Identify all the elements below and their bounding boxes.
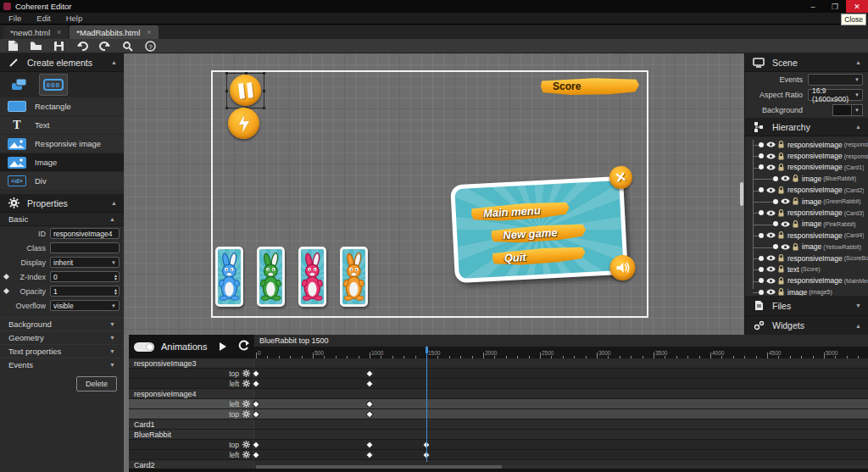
loop-button[interactable]: [238, 340, 249, 353]
stepper-arrows-icon[interactable]: ▲▼: [114, 272, 118, 281]
node-dot-icon[interactable]: [773, 199, 778, 204]
visibility-eye-icon[interactable]: [766, 289, 776, 295]
hierarchy-panel-header[interactable]: Hierarchy ▲: [745, 118, 868, 136]
hierarchy-item-mainmenu[interactable]: responsiveImage(MainMenu): [745, 275, 868, 286]
class-input[interactable]: [50, 242, 120, 253]
node-dot-icon[interactable]: [773, 244, 778, 249]
card-orange-rabbit[interactable]: [340, 247, 368, 307]
properties-header[interactable]: Properties ▲: [0, 194, 124, 213]
design-canvas[interactable]: Score Main menu New game Quit ✕: [124, 53, 744, 335]
visibility-eye-icon[interactable]: [766, 142, 776, 147]
lock-icon[interactable]: [778, 288, 784, 296]
visibility-eye-icon[interactable]: [766, 164, 776, 170]
close-button[interactable]: ✕: [846, 0, 868, 13]
hierarchy-item-score[interactable]: text(Score): [745, 264, 868, 275]
redo-button[interactable]: [98, 41, 111, 52]
lock-icon[interactable]: [778, 164, 784, 171]
scene-events-select[interactable]: ▼: [808, 74, 863, 86]
playhead-handle[interactable]: [426, 347, 428, 353]
keyframe-diamond[interactable]: [253, 452, 259, 458]
section-events[interactable]: Events▼: [0, 358, 124, 371]
tab-close-icon[interactable]: ×: [57, 28, 61, 36]
visibility-eye-icon[interactable]: [781, 198, 790, 204]
lock-icon[interactable]: [793, 243, 798, 251]
main-menu-button[interactable]: Main menu: [470, 200, 570, 223]
undo-button[interactable]: [75, 41, 88, 52]
hierarchy-item-responsiveima[interactable]: responsiveImage(responsiveIma: [745, 150, 868, 161]
overflow-select[interactable]: visible▼: [50, 300, 120, 311]
menu-edit[interactable]: Edit: [36, 14, 50, 23]
keyframe-diamond[interactable]: [253, 441, 259, 447]
lock-icon[interactable]: [793, 175, 798, 182]
tab-close-icon[interactable]: ×: [147, 28, 151, 36]
save-button[interactable]: [53, 41, 65, 52]
animations-toggle[interactable]: [134, 342, 154, 352]
create-item-text[interactable]: TText: [0, 116, 124, 135]
tool-tab-layers[interactable]: [5, 74, 34, 96]
keyframe-diamond[interactable]: [366, 411, 372, 417]
track-group-responsiveImage3[interactable]: responsiveImage3: [129, 358, 868, 369]
hierarchy-item-image5[interactable]: image(image5): [745, 286, 868, 296]
selection-outline[interactable]: [226, 73, 264, 108]
node-dot-icon[interactable]: [773, 221, 778, 226]
keyframe-diamond-icon[interactable]: [3, 288, 8, 294]
visibility-eye-icon[interactable]: [766, 153, 776, 159]
lock-icon[interactable]: [778, 231, 784, 239]
main-menu-element[interactable]: Main menu New game Quit ✕: [450, 176, 628, 284]
collapse-caret-icon[interactable]: ▼: [855, 303, 861, 308]
timeline-ruler[interactable]: 0500100015002000250030003500400045005000: [254, 347, 868, 358]
card-blue-rabbit[interactable]: [215, 247, 243, 307]
scene-panel-header[interactable]: Scene ▲: [745, 53, 868, 72]
keyframe-diamond[interactable]: [366, 452, 372, 458]
lock-icon[interactable]: [793, 197, 798, 205]
background-dropdown[interactable]: ▼: [851, 104, 863, 116]
track-prop-responsiveImage3-top[interactable]: top: [129, 369, 868, 379]
visibility-eye-icon[interactable]: [781, 221, 790, 227]
visibility-eye-icon[interactable]: [766, 232, 776, 238]
prop-gear-icon[interactable]: [242, 441, 250, 448]
play-button[interactable]: [220, 342, 226, 351]
menu-help[interactable]: Help: [66, 14, 83, 23]
node-dot-icon[interactable]: [759, 290, 764, 295]
track-prop-responsiveImage4-top[interactable]: top: [129, 409, 868, 419]
tab-new0[interactable]: *new0.html ×: [3, 25, 68, 39]
create-item-div[interactable]: <d>Div: [0, 172, 124, 191]
background-color-swatch[interactable]: [832, 104, 851, 116]
hierarchy-item-greenrabbit[interactable]: image(GreenRabbit): [745, 196, 868, 207]
files-panel-header[interactable]: Files ▼: [745, 296, 868, 316]
delete-button[interactable]: Delete: [76, 376, 117, 391]
section-background[interactable]: Background▼: [0, 317, 124, 330]
new-game-button[interactable]: New game: [491, 222, 587, 245]
menu-file[interactable]: File: [8, 14, 21, 23]
bonus-button-element[interactable]: [228, 108, 259, 139]
visibility-eye-icon[interactable]: [766, 187, 776, 193]
section-text-properties[interactable]: Text properties▼: [0, 344, 124, 358]
node-dot-icon[interactable]: [759, 233, 764, 238]
prop-gear-icon[interactable]: [242, 451, 250, 458]
search-button[interactable]: [121, 41, 134, 52]
node-dot-icon[interactable]: [759, 187, 764, 192]
help-button[interactable]: ?: [144, 41, 157, 52]
widgets-panel-header[interactable]: Widgets ▲: [745, 316, 868, 335]
keyframe-diamond[interactable]: [253, 380, 259, 386]
tab-madrabbits[interactable]: *MadRabbits.html ×: [70, 25, 158, 39]
keyframe-diamond[interactable]: [366, 441, 372, 447]
quit-button[interactable]: Quit: [492, 245, 586, 267]
lock-icon[interactable]: [778, 153, 784, 160]
hierarchy-item-card3[interactable]: responsiveImage(Card3): [745, 207, 868, 218]
node-dot-icon[interactable]: [759, 256, 764, 261]
prop-gear-icon[interactable]: [242, 400, 250, 408]
node-dot-icon[interactable]: [759, 210, 764, 215]
minimize-button[interactable]: –: [802, 0, 824, 13]
collapse-caret-icon[interactable]: ▲: [855, 59, 861, 65]
opacity-stepper[interactable]: 1▲▼: [50, 286, 120, 297]
stepper-arrows-icon[interactable]: ▲▼: [114, 286, 118, 296]
track-group-Card1[interactable]: Card1: [129, 419, 868, 430]
track-prop-BlueRabbit-left[interactable]: left: [129, 450, 868, 460]
visibility-eye-icon[interactable]: [766, 266, 776, 272]
hierarchy-item-card2[interactable]: responsiveImage(Card2): [745, 185, 868, 196]
prop-gear-icon[interactable]: [242, 380, 250, 387]
keyframe-diamond[interactable]: [366, 401, 372, 407]
collapse-caret-icon[interactable]: ▲: [111, 200, 117, 206]
lock-icon[interactable]: [778, 186, 784, 194]
